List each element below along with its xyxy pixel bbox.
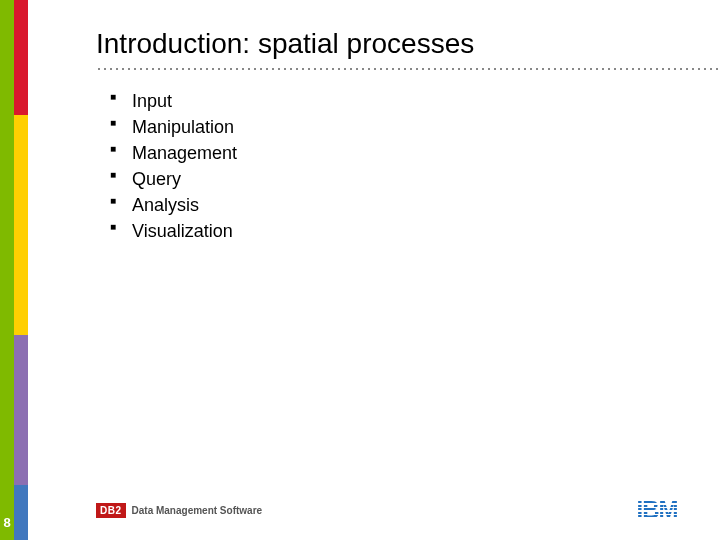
page-number: 8 xyxy=(0,515,14,530)
side-stripe-yellow xyxy=(14,115,28,335)
slide-content: Introduction: spatial processes Input Ma… xyxy=(96,28,700,245)
list-item: Query xyxy=(110,166,700,192)
list-item-label: Analysis xyxy=(132,195,199,215)
list-item: Visualization xyxy=(110,218,700,244)
ibm-logo: IBM xyxy=(626,498,688,522)
side-stripe-red xyxy=(14,0,28,115)
side-stripe-green xyxy=(0,0,14,540)
title-underline-dots xyxy=(96,64,720,70)
list-item-label: Management xyxy=(132,143,237,163)
ibm-logo-text: IBM xyxy=(626,498,688,522)
list-item-label: Query xyxy=(132,169,181,189)
product-name: Data Management Software xyxy=(132,505,263,516)
page-title: Introduction: spatial processes xyxy=(96,28,700,60)
list-item: Analysis xyxy=(110,192,700,218)
list-item-label: Input xyxy=(132,91,172,111)
list-item-label: Visualization xyxy=(132,221,233,241)
bullet-list: Input Manipulation Management Query Anal… xyxy=(110,88,700,245)
list-item: Manipulation xyxy=(110,114,700,140)
side-stripe-purple xyxy=(14,335,28,485)
list-item: Input xyxy=(110,88,700,114)
list-item-label: Manipulation xyxy=(132,117,234,137)
footer-product: DB2 Data Management Software xyxy=(96,503,262,518)
db2-badge: DB2 xyxy=(96,503,126,518)
list-item: Management xyxy=(110,140,700,166)
side-stripe-blue xyxy=(14,485,28,540)
